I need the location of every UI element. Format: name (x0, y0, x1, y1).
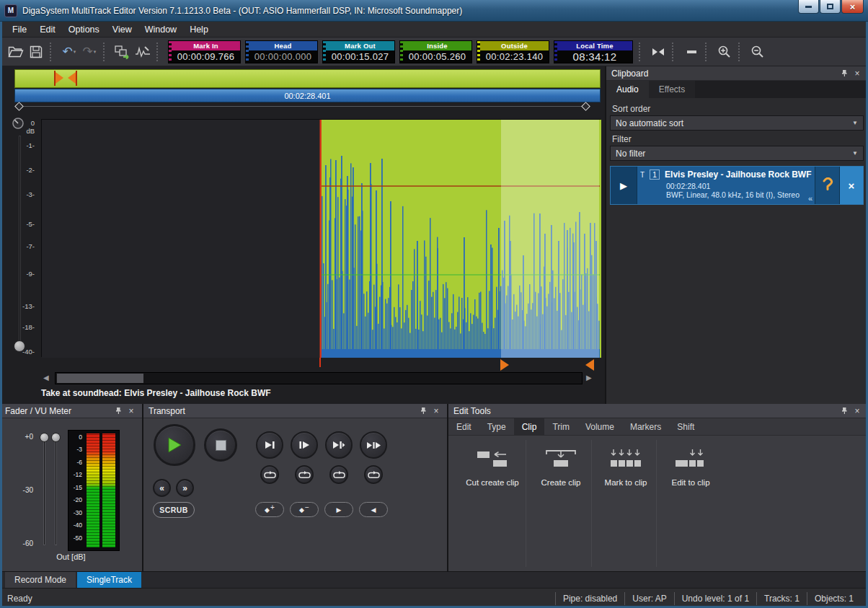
minimize-icon (805, 6, 812, 8)
loop-button-1[interactable] (260, 465, 279, 484)
tab-effects[interactable]: Effects (649, 81, 695, 98)
waveform-edit-button[interactable] (133, 41, 153, 63)
time-field-outside[interactable]: Outside00:02:23.140 (477, 40, 549, 63)
pin-icon[interactable] (838, 405, 850, 417)
mark-out-flag[interactable] (68, 72, 76, 84)
scroll-left-arrow[interactable]: ◀ (43, 374, 49, 382)
loop-button-3[interactable] (329, 465, 348, 484)
menu-view[interactable]: View (106, 22, 138, 37)
close-panel-icon[interactable]: × (125, 405, 137, 417)
tab-volume[interactable]: Volume (577, 418, 622, 436)
clipboard-item[interactable]: ▶ T 1 Elvis Presley - Jailhouse Rock BWF… (610, 166, 864, 205)
transfer-take-button[interactable] (112, 41, 133, 63)
marker-remove-button[interactable]: ◆− (290, 502, 319, 517)
play-button[interactable] (154, 424, 195, 466)
create-clip-button[interactable]: Create clip (528, 443, 594, 498)
sort-order-select[interactable]: No automatic sort ▼ (610, 115, 864, 131)
selection-end-marker[interactable] (585, 359, 594, 371)
range-end-handle[interactable] (581, 102, 590, 111)
menu-help[interactable]: Help (183, 22, 215, 37)
pin-icon[interactable] (838, 68, 850, 79)
play-to-mark-button[interactable] (325, 431, 353, 459)
waveform-display[interactable] (41, 119, 601, 357)
marker-add-button[interactable]: ◆+ (255, 502, 284, 517)
selection-start-marker[interactable] (500, 359, 509, 371)
minimize-button[interactable] (798, 0, 819, 14)
time-field-mark-out[interactable]: Mark Out00:00:15.027 (322, 40, 395, 63)
time-field-local-time[interactable]: Local Time08:34:12 (554, 40, 633, 63)
tab-audio[interactable]: Audio (606, 81, 649, 98)
tab-type[interactable]: Type (479, 418, 514, 436)
close-button[interactable]: × (841, 0, 864, 14)
scroll-right-arrow[interactable]: ▶ (586, 374, 592, 382)
zoom-out-button[interactable] (748, 41, 768, 63)
stop-button[interactable] (204, 428, 237, 462)
tab-singletrack[interactable]: SingleTrack (77, 572, 141, 588)
minus-button[interactable] (681, 41, 701, 63)
range-start-handle[interactable] (14, 102, 24, 111)
overview-position-bar[interactable]: 00:02:28.401 (14, 89, 601, 102)
play-around-button[interactable] (360, 431, 387, 459)
go-to-cursor-button[interactable] (648, 41, 668, 63)
tab-shift[interactable]: Shift (669, 418, 702, 436)
nudge-right-button[interactable]: ▶ (324, 502, 353, 517)
time-field-head[interactable]: Head00:00:00.000 (245, 40, 318, 63)
undo-button[interactable]: ↶▾ (59, 41, 79, 63)
loop-button-2[interactable] (295, 465, 314, 484)
close-panel-icon[interactable]: × (430, 405, 442, 417)
loop-icon (368, 471, 380, 479)
close-panel-icon[interactable]: × (851, 405, 863, 417)
time-field-label: Mark In (172, 41, 240, 50)
fader-knob-left[interactable] (40, 433, 49, 442)
menu-file[interactable]: File (6, 22, 33, 37)
tab-record-mode[interactable]: Record Mode (5, 572, 76, 588)
menu-options[interactable]: Options (62, 22, 106, 37)
playhead-tick[interactable] (319, 358, 321, 367)
pin-icon[interactable] (417, 405, 429, 417)
tab-clip[interactable]: Clip (514, 418, 545, 436)
redo-button[interactable]: ↷▾ (79, 41, 99, 63)
save-button[interactable] (26, 41, 46, 63)
fader-knob-right[interactable] (51, 433, 61, 442)
tab-trim[interactable]: Trim (544, 418, 577, 436)
app-icon[interactable]: M (4, 4, 17, 17)
play-to-end-button[interactable] (256, 431, 283, 459)
maximize-button[interactable] (820, 0, 841, 14)
zoom-in-button[interactable] (714, 41, 735, 63)
tab-edit[interactable]: Edit (448, 418, 479, 436)
edit-to-clip-button[interactable]: Edit to clip (657, 443, 724, 498)
tab-markers[interactable]: Markers (622, 418, 669, 436)
pin-icon[interactable] (112, 405, 124, 417)
scrollbar-thumb[interactable] (57, 374, 143, 383)
vertical-zoom-slider[interactable] (19, 136, 21, 349)
loop-button-4[interactable] (364, 465, 383, 484)
window-title: DigaSystem MultiTrack Editor Version 7.1… (22, 6, 462, 16)
rewind-button[interactable]: « (153, 479, 171, 497)
item-remove-button[interactable]: × (839, 167, 863, 204)
overview-waveform-bar[interactable] (14, 69, 601, 88)
menu-edit[interactable]: Edit (33, 22, 62, 37)
collapse-item-icon[interactable]: « (808, 194, 812, 203)
cut-create-clip-button[interactable]: Cut create clip (459, 443, 526, 498)
forward-button[interactable]: » (176, 479, 194, 497)
horizontal-scrollbar[interactable] (55, 372, 583, 384)
time-field-inside[interactable]: Inside00:00:05.260 (399, 40, 472, 63)
scrub-button[interactable]: SCRUB (153, 502, 195, 518)
vertical-zoom-knob[interactable] (14, 340, 25, 352)
filter-select[interactable]: No filter ▼ (610, 146, 864, 161)
triangle-right-icon: ▶ (337, 506, 342, 514)
open-button[interactable] (6, 41, 26, 63)
play-from-start-button[interactable] (291, 431, 318, 459)
mark-to-clip-button[interactable]: Mark to clip (593, 443, 659, 498)
mark-in-flag[interactable] (56, 72, 63, 84)
menu-window[interactable]: Window (138, 22, 183, 37)
time-field-mark-in[interactable]: Mark In00:00:09.766 (168, 40, 241, 63)
item-info[interactable]: T 1 Elvis Presley - Jailhouse Rock BWF 0… (637, 167, 815, 204)
nudge-left-button[interactable]: ◀ (359, 502, 388, 517)
item-play-button[interactable]: ▶ (611, 167, 637, 204)
fader-track-left[interactable] (43, 436, 45, 545)
close-panel-icon[interactable]: × (851, 68, 863, 79)
titlebar[interactable]: M DigaSystem MultiTrack Editor Version 7… (0, 0, 868, 22)
item-hook-button[interactable] (815, 167, 839, 204)
fader-track-right[interactable] (55, 436, 57, 545)
